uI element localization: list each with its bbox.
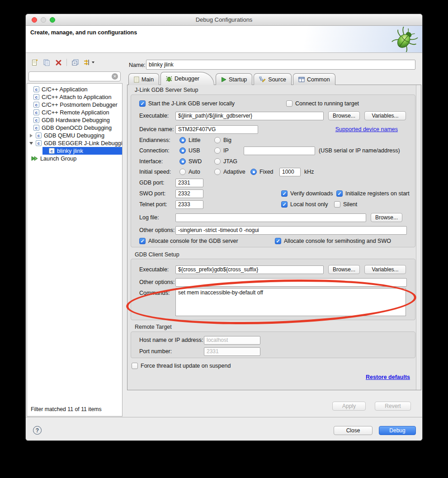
client-executable-input[interactable] (175, 265, 324, 274)
titlebar[interactable]: Debug Configurations (26, 14, 422, 26)
collapse-all-icon[interactable] (71, 58, 80, 66)
tab-common[interactable]: Common (293, 73, 335, 85)
selected-tree-row[interactable]: c blinky jlink (42, 147, 122, 155)
local-host-only-checkbox[interactable] (281, 201, 288, 208)
adaptive-radio[interactable] (214, 169, 221, 175)
verify-downloads-checkbox[interactable] (281, 190, 288, 197)
endianness-little-option: Little (179, 137, 214, 143)
tree-item-gdb-openocd[interactable]: c GDB OpenOCD Debugging (27, 124, 122, 132)
expand-arrow-icon[interactable] (29, 134, 33, 137)
start-local-option: Start the J-Link GDB server locally (139, 100, 286, 107)
silent-checkbox[interactable] (334, 201, 340, 208)
client-variables-button[interactable]: Variables... (364, 265, 406, 274)
launch-group-icon (31, 156, 38, 161)
interface-jtag-option: JTAG (214, 158, 237, 165)
tab-main[interactable]: Main (128, 73, 159, 85)
tree-item-gdb-hardware[interactable]: c GDB Hardware Debugging (27, 116, 122, 124)
log-browse-button[interactable]: Browse... (371, 213, 402, 222)
help-button[interactable]: ? (33, 426, 42, 435)
commands-label: Commands: (139, 288, 175, 296)
c-type-icon: c (33, 109, 39, 115)
close-window-icon[interactable] (32, 17, 37, 23)
alloc-console-gdb-option: Allocate console for the GDB server (139, 238, 275, 244)
server-group: Start the J-Link GDB server locally Conn… (131, 95, 415, 247)
init-registers-checkbox[interactable] (336, 190, 343, 197)
delete-configuration-icon[interactable] (54, 58, 63, 66)
server-group-title: J-Link GDB Server Setup (135, 87, 198, 93)
ip-radio[interactable] (214, 147, 221, 154)
device-name-label: Device name: (139, 126, 175, 133)
new-configuration-icon[interactable] (30, 58, 39, 66)
connect-running-checkbox[interactable] (286, 100, 292, 107)
client-browse-button[interactable]: Browse... (328, 265, 360, 274)
debug-configurations-dialog: Debug Configurations Create, manage, and… (25, 14, 423, 441)
auto-radio[interactable] (179, 169, 186, 175)
debug-button[interactable]: Debug (379, 426, 416, 435)
tab-source[interactable]: Source (254, 73, 292, 85)
main-tab-icon (134, 76, 139, 83)
duplicate-configuration-icon[interactable] (42, 58, 51, 66)
tree-item-cpp-attach[interactable]: c C/C++ Attach to Application (27, 93, 122, 101)
tree-item-gdb-qemu[interactable]: c GDB QEMU Debugging (27, 132, 122, 139)
remote-group-title: Remote Target (135, 324, 172, 330)
revert-button[interactable]: Revert (375, 402, 411, 411)
host-input[interactable] (204, 336, 260, 345)
jtag-radio[interactable] (214, 158, 221, 165)
alloc-console-gdb-checkbox[interactable] (139, 238, 146, 244)
zoom-window-icon[interactable] (50, 17, 55, 23)
connection-usb-option: USB (179, 147, 214, 154)
tree-item-launch-group[interactable]: Launch Group (27, 155, 122, 162)
force-thread-checkbox[interactable] (132, 363, 138, 369)
tree-item-cpp-application[interactable]: c C/C++ Application (27, 85, 122, 93)
tab-startup[interactable]: Startup (216, 73, 252, 85)
tree-item-gdb-segger[interactable]: c GDB SEGGER J-Link Debuggi (27, 139, 122, 147)
endianness-label: Endianness: (139, 137, 175, 143)
scrollbar-track[interactable] (416, 85, 421, 390)
start-local-checkbox[interactable] (139, 100, 146, 107)
speed-auto-option: Auto (179, 169, 214, 175)
filter-configurations-input[interactable] (29, 73, 112, 80)
log-file-label: Log file: (139, 214, 175, 221)
fixed-radio[interactable] (250, 169, 257, 175)
little-radio[interactable] (179, 137, 186, 143)
interface-label: Interface: (139, 158, 175, 165)
c-type-icon: c (33, 125, 39, 131)
client-other-options-input[interactable] (175, 278, 407, 287)
apply-button[interactable]: Apply (332, 402, 366, 411)
swo-port-input[interactable] (175, 189, 203, 198)
gdb-port-input[interactable] (175, 179, 203, 187)
telnet-port-label: Telnet port: (139, 201, 175, 208)
log-file-input[interactable] (175, 213, 366, 222)
speed-value-input[interactable] (279, 168, 301, 176)
endianness-big-option: Big (214, 137, 231, 143)
server-other-options-input[interactable] (175, 226, 407, 235)
connection-address-input[interactable] (244, 147, 315, 155)
dialog-header: Create, manage, and run configurations (26, 26, 422, 53)
commands-textarea[interactable]: set mem inaccessible-by-default off (175, 288, 406, 316)
port-number-input[interactable] (204, 347, 260, 356)
big-radio[interactable] (214, 137, 221, 143)
device-name-input[interactable] (175, 125, 258, 134)
supported-device-names-link[interactable]: Supported device names (335, 126, 398, 133)
swo-port-label: SWO port: (139, 190, 175, 197)
name-input[interactable] (146, 60, 415, 70)
speed-unit: kHz (304, 169, 314, 175)
bottom-divider (26, 417, 422, 417)
close-button[interactable]: Close (334, 426, 373, 435)
tree-item-cpp-postmortem[interactable]: c C/C++ Postmortem Debugger (27, 101, 122, 109)
alloc-console-swo-checkbox[interactable] (275, 238, 281, 244)
server-browse-button[interactable]: Browse... (328, 111, 360, 120)
tab-debugger[interactable]: Debugger (160, 72, 214, 85)
server-executable-input[interactable] (175, 112, 324, 120)
c-type-icon: c (49, 148, 55, 154)
minimize-window-icon[interactable] (41, 17, 46, 23)
telnet-port-input[interactable] (175, 200, 203, 209)
collapse-arrow-icon[interactable] (29, 142, 33, 145)
restore-defaults-link[interactable]: Restore defaults (366, 374, 410, 380)
tree-item-cpp-remote[interactable]: c C/C++ Remote Application (27, 109, 122, 116)
clear-filter-icon[interactable]: ✕ (112, 73, 118, 80)
server-variables-button[interactable]: Variables... (364, 111, 406, 120)
usb-radio[interactable] (179, 147, 186, 154)
swd-radio[interactable] (179, 158, 186, 165)
filter-launch-configurations-icon[interactable] (82, 58, 95, 66)
